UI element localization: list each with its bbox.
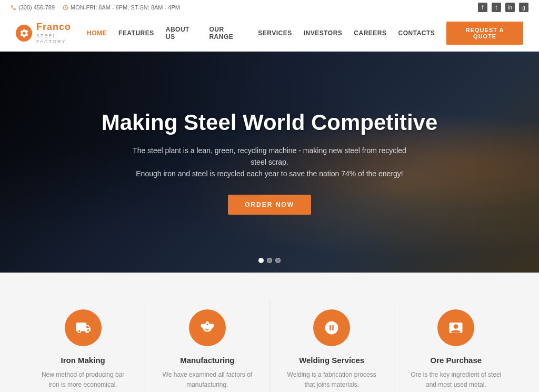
nav-services[interactable]: SERVICES xyxy=(258,29,292,37)
feature-ore: Ore Purchase Ore is the key ingredient o… xyxy=(394,299,518,392)
logo-sub: STEEL FACTORY xyxy=(36,33,87,45)
manufacturing-icon-circle xyxy=(189,309,226,346)
dot-3[interactable] xyxy=(275,258,281,263)
nav-investors[interactable]: INVESTORS xyxy=(304,29,343,37)
top-bar-left: (300) 456-789 MON-FRI: 8AM - 6PM, ST-SN:… xyxy=(11,4,180,11)
iron-making-icon-circle xyxy=(65,309,102,346)
feature-title-ore: Ore Purchase xyxy=(410,356,502,365)
feature-title-iron: Iron Making xyxy=(37,356,129,365)
ore-icon xyxy=(448,320,464,336)
logo-text: Franco STEEL FACTORY xyxy=(36,22,87,44)
top-bar: (300) 456-789 MON-FRI: 8AM - 6PM, ST-SN:… xyxy=(0,0,539,15)
order-now-button[interactable]: ORDER NOW xyxy=(228,195,311,215)
feature-title-weld: Welding Services xyxy=(286,356,378,365)
hero-title: Making Steel World Competitive xyxy=(102,109,438,136)
phone-icon xyxy=(11,5,16,11)
facebook-icon[interactable]: f xyxy=(478,3,487,12)
nav-contacts[interactable]: CONTACTS xyxy=(398,29,435,37)
instagram-icon[interactable]: in xyxy=(505,3,515,12)
feature-desc-iron: New method of producing bar iron is more… xyxy=(37,370,129,390)
twitter-icon[interactable]: t xyxy=(492,3,501,12)
dot-1[interactable] xyxy=(258,258,264,263)
nav-features[interactable]: FEATURES xyxy=(118,29,154,37)
welding-icon xyxy=(324,320,340,336)
welding-icon-circle xyxy=(313,309,350,346)
main-nav: HOME FEATURES ABOUT US OUR RANGE SERVICE… xyxy=(87,22,523,45)
quote-button[interactable]: REQUEST A QUOTE xyxy=(446,22,523,45)
hero-subtitle: The steel plant is a lean, green, recycl… xyxy=(133,145,406,180)
iron-making-icon xyxy=(75,320,91,336)
dot-2[interactable] xyxy=(267,258,272,263)
hero-slider-dots xyxy=(258,258,281,263)
nav-careers[interactable]: CAREERS xyxy=(354,29,386,37)
phone-info: (300) 456-789 xyxy=(11,4,55,11)
social-icons: f t in g xyxy=(478,3,528,12)
feature-title-mfg: Manufacturing xyxy=(161,356,253,365)
manufacturing-icon xyxy=(199,320,215,336)
hero-content: Making Steel World Competitive The steel… xyxy=(91,109,448,215)
google-icon[interactable]: g xyxy=(519,3,528,12)
nav-home[interactable]: HOME xyxy=(87,29,107,37)
ore-icon-circle xyxy=(437,309,474,346)
features-section: Iron Making New method of producing bar … xyxy=(0,273,539,392)
nav-range[interactable]: OUR RANGE xyxy=(209,26,246,41)
feature-manufacturing: Manufacturing We have examined all facto… xyxy=(145,299,270,392)
feature-iron-making: Iron Making New method of producing bar … xyxy=(21,299,145,392)
feature-desc-ore: Ore is the key ingredient of steel and m… xyxy=(410,370,502,390)
logo-icon xyxy=(16,25,32,42)
logo: Franco STEEL FACTORY xyxy=(16,22,87,44)
clock-icon xyxy=(63,5,68,11)
hours-info: MON-FRI: 8AM - 6PM, ST-SN: 8AM - 4PM xyxy=(63,4,180,11)
header: Franco STEEL FACTORY HOME FEATURES ABOUT… xyxy=(0,15,539,52)
nav-about[interactable]: ABOUT US xyxy=(166,26,198,41)
gear-icon xyxy=(19,28,29,38)
hero-section: Making Steel World Competitive The steel… xyxy=(0,52,539,273)
logo-name: Franco xyxy=(36,22,87,33)
feature-welding: Welding Services Welding is a fabricatio… xyxy=(270,299,394,392)
feature-desc-weld: Welding is a fabrication process that jo… xyxy=(286,370,378,390)
feature-desc-mfg: We have examined all factors of manufact… xyxy=(161,370,253,390)
